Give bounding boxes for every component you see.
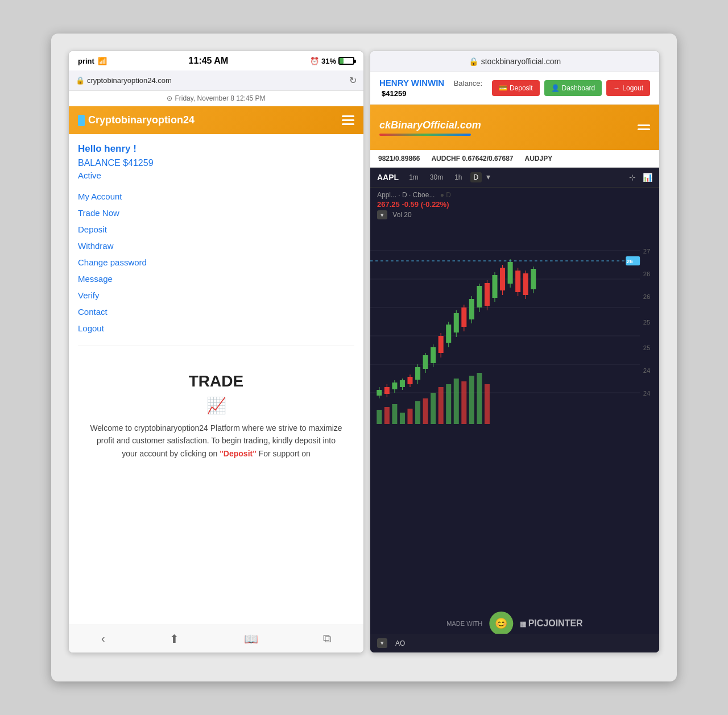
menu-item-withdraw[interactable]: Withdraw [78, 238, 354, 254]
watermark-overlay: MADE WITH 😊 ▦ PICJOINTER [446, 612, 582, 635]
brand-icon [78, 115, 85, 126]
menu-item-contact[interactable]: Contact [78, 304, 354, 320]
svg-rect-27 [477, 373, 482, 424]
chart-type-icon[interactable]: 📊 [643, 173, 652, 182]
status-right: ⏰ 31% [310, 57, 354, 65]
tf-30m[interactable]: 30m [427, 172, 446, 182]
trade-desc-end: For support on [259, 449, 311, 458]
svg-rect-19 [415, 401, 420, 424]
svg-rect-21 [431, 393, 436, 424]
svg-rect-16 [392, 404, 397, 424]
chart-name-text: Appl... · D · Cboe... [377, 191, 435, 199]
svg-rect-30 [377, 390, 382, 396]
url-text: 🔒 cryptobinaryoption24.com [76, 76, 172, 85]
logout-button[interactable]: → Logout [606, 80, 650, 96]
menu-item-deposit[interactable]: Deposit [78, 221, 354, 238]
nav-menu-list: My Account Trade Now Deposit Withdraw Ch… [78, 188, 354, 336]
menu-item-logout[interactable]: Logout [78, 320, 354, 336]
svg-rect-0 [370, 222, 659, 438]
dashboard-icon: 👤 [551, 84, 560, 92]
svg-rect-28 [485, 384, 490, 424]
trade-title: TRADE [89, 372, 343, 390]
tf-1h[interactable]: 1h [451, 172, 465, 182]
svg-rect-15 [384, 407, 390, 424]
svg-rect-48 [446, 325, 451, 343]
svg-rect-17 [400, 413, 405, 424]
svg-rect-44 [431, 347, 436, 363]
brand-name: Cryptobinaryoption24 [88, 114, 195, 126]
reload-icon[interactable]: ↻ [349, 75, 357, 86]
battery-fill [340, 58, 344, 64]
screenshots-row: print 📶 11:45 AM ⏰ 31% 🔒 cryptobinaryopt… [68, 51, 660, 664]
hamburger-line-1 [342, 115, 354, 117]
svg-rect-50 [454, 313, 459, 332]
picjointer-icon: 😊 [489, 612, 513, 635]
share-button[interactable]: ⬆ [169, 632, 179, 646]
svg-rect-25 [461, 381, 466, 424]
dashboard-button[interactable]: 👤 Dashboard [544, 80, 602, 96]
candlestick-chart: 27 26 26 25 25 24 24 [370, 222, 659, 438]
vol-badge-icon[interactable]: ▾ [377, 210, 387, 219]
status-time: 11:45 AM [189, 56, 229, 66]
svg-text:26: 26 [626, 259, 632, 264]
svg-rect-26 [469, 376, 474, 424]
ticker-bar: 9821/0.89866 AUDCHF 0.67642/0.67687 AUDJ… [370, 150, 659, 168]
picjointer-brand: ▦ PICJOINTER [520, 618, 582, 629]
chart-container: AAPL 1m 30m 1h D ▾ ⊹ 📊 [370, 168, 659, 652]
right-lock-icon: 🔒 [469, 57, 478, 66]
user-balance: $41259 [382, 89, 406, 98]
back-button[interactable]: ‹ [101, 632, 105, 646]
deposit-button[interactable]: 💳 Deposit [492, 80, 540, 96]
left-phone: print 📶 11:45 AM ⏰ 31% 🔒 cryptobinaryopt… [68, 51, 364, 653]
right-hamburger-menu[interactable] [638, 124, 650, 130]
right-phone: 🔒 stockbinaryofficial.com HENRY WINWIN B… [370, 51, 660, 653]
tf-dropdown-icon[interactable]: ▾ [486, 172, 490, 182]
right-orange-header: ckBinaryOfficial.com [370, 105, 659, 150]
svg-text:24: 24 [643, 368, 651, 374]
trade-icon: 📈 [89, 396, 343, 415]
menu-item-trade-now[interactable]: Trade Now [78, 205, 354, 221]
battery-pct: 31% [321, 57, 336, 65]
hamburger-menu[interactable] [342, 115, 354, 125]
bookmarks-button[interactable]: 📖 [244, 632, 258, 646]
chart-symbol[interactable]: AAPL [377, 173, 399, 182]
svg-rect-60 [492, 275, 497, 298]
menu-item-message[interactable]: Message [78, 271, 354, 287]
svg-rect-46 [439, 336, 444, 353]
dashboard-label: Dashboard [562, 84, 595, 92]
logout-icon: → [613, 84, 620, 92]
crosshair-icon[interactable]: ⊹ [629, 173, 636, 182]
tabs-button[interactable]: ⧉ [323, 632, 331, 646]
svg-rect-34 [392, 383, 397, 389]
menu-item-my-account[interactable]: My Account [78, 188, 354, 205]
price-change: -0.59 (-0.22%) [402, 200, 449, 209]
tf-1m[interactable]: 1m [406, 172, 422, 182]
svg-rect-14 [377, 410, 382, 424]
svg-rect-18 [407, 409, 412, 424]
ao-dropdown-icon[interactable]: ▾ [377, 638, 387, 648]
tf-D[interactable]: D [470, 172, 482, 182]
svg-text:25: 25 [643, 345, 651, 351]
right-url-bar[interactable]: 🔒 stockbinaryofficial.com [370, 51, 659, 72]
date-bar: ⊙ Friday, November 8 12:45 PM [69, 91, 363, 106]
menu-item-verify[interactable]: Verify [78, 287, 354, 304]
chart-toolbar: AAPL 1m 30m 1h D ▾ ⊹ 📊 [370, 168, 659, 188]
svg-rect-62 [500, 268, 505, 290]
alarm-icon: ⏰ [310, 57, 319, 65]
ticker-item-2: AUDCHF 0.67642/0.67687 [431, 155, 513, 163]
svg-rect-56 [477, 286, 482, 307]
menu-section: Hello henry ! BALANCE $41259 Active My A… [69, 134, 363, 625]
hamburger-line-2 [342, 119, 354, 121]
logout-label: Logout [622, 84, 643, 92]
svg-rect-40 [415, 367, 420, 380]
active-badge: Active [78, 171, 354, 180]
svg-rect-58 [485, 283, 490, 306]
menu-item-change-password[interactable]: Change password [78, 254, 354, 271]
right-hamburger-line-1 [638, 124, 650, 126]
deposit-label: Deposit [510, 84, 533, 92]
deposit-link-text[interactable]: "Deposit" [220, 449, 257, 458]
url-bar[interactable]: 🔒 cryptobinaryoption24.com ↻ [69, 70, 363, 91]
svg-rect-32 [384, 387, 390, 394]
hamburger-line-3 [342, 123, 354, 125]
balance-label: Balance: [454, 79, 483, 88]
